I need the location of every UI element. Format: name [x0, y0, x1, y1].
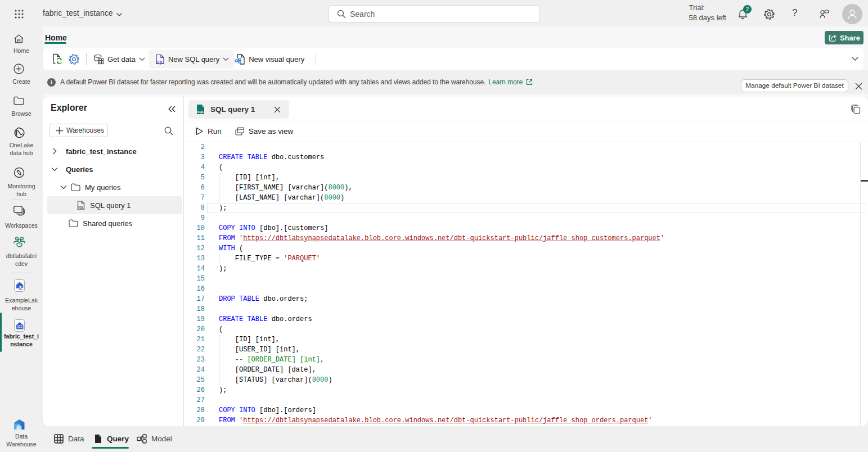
svg-text:SQL: SQL [156, 60, 163, 64]
svg-text:SQL: SQL [78, 206, 84, 209]
svg-text:SQL: SQL [197, 110, 205, 114]
